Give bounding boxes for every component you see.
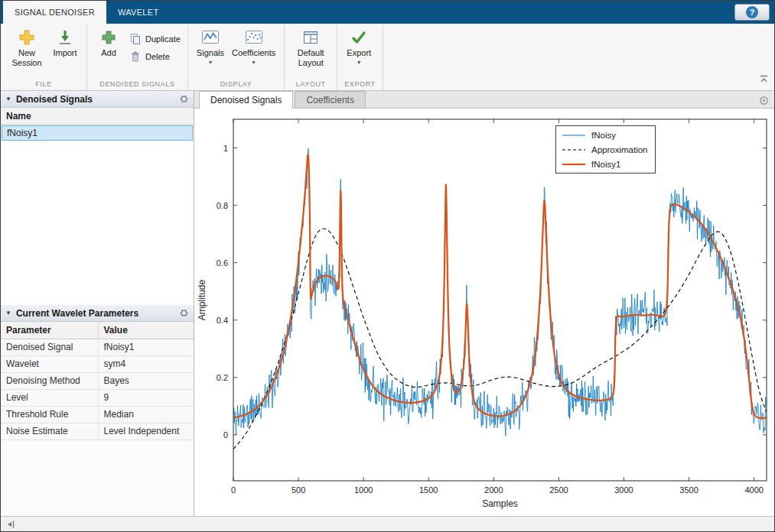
svg-text:0.8: 0.8 [217,201,228,210]
main-area: Denoised Signals Coefficients 0500100015… [194,91,774,516]
export-dropdown-button[interactable]: Export ▾ [343,26,375,66]
denoised-signal-plot[interactable]: 0500100015002000250030003500400000.20.40… [194,109,774,516]
plot-canvas: 0500100015002000250030003500400000.20.40… [194,109,773,516]
svg-text:4000: 4000 [744,485,763,495]
wavelet-parameters-panel-title: Current Wavelet Parameters [16,308,174,319]
legend-entry-fnoisy[interactable]: fNoisy [562,128,650,142]
signals-dropdown-button[interactable]: Signals ▾ [194,26,227,66]
plot-legend[interactable]: fNoisyApproximationfNoisy1 [555,125,656,174]
svg-text:500: 500 [291,485,305,495]
doc-tab-coefficients[interactable]: Coefficients [295,91,365,108]
param-value: 9 [98,389,194,406]
group-caption-denoised-signals: DENOISED SIGNALS [93,79,182,89]
export-label: Export [347,48,371,58]
group-caption-layout: LAYOUT [290,79,331,89]
help-button[interactable]: ? [734,4,770,21]
svg-text:0.4: 0.4 [217,316,228,325]
duplicate-icon [129,33,142,45]
import-icon [56,28,74,47]
param-name: Denoised Signal [1,339,98,355]
delete-icon [129,50,142,63]
collapse-triangle-icon: ▼ [5,310,11,316]
coefficients-label: Coefficients [232,48,275,58]
param-row-denoised-signal[interactable]: Denoised SignalfNoisy1 [1,339,194,355]
param-value: fNoisy1 [98,339,194,355]
delete-label: Delete [145,52,170,61]
sidebar-empty-area [1,440,194,517]
group-caption-file: FILE [6,79,81,89]
svg-text:2000: 2000 [484,485,503,495]
wavelet-signal-denoiser-window: SIGNAL DENOISER WAVELET ? New Session Im… [0,0,775,532]
signal-list-column-header: Name [1,108,194,125]
signals-label: Signals [197,48,224,58]
denoised-signals-panel: ▼ Denoised Signals Name fNoisy1 [1,91,194,305]
wavelet-parameters-table: Parameter Value Denoised SignalfNoisy1 W… [1,322,194,440]
add-button[interactable]: Add [93,26,125,59]
tab-wavelet[interactable]: WAVELET [106,1,170,24]
column-header-value: Value [98,322,194,339]
default-layout-label: Default Layout [293,48,328,68]
tab-signal-denoiser[interactable]: SIGNAL DENOISER [3,1,106,24]
group-caption-export: EXPORT [343,79,376,89]
new-session-button[interactable]: New Session [6,26,47,69]
param-value: sym4 [98,355,194,372]
svg-text:0.2: 0.2 [217,373,228,382]
svg-text:2500: 2500 [549,485,568,495]
denoised-signals-panel-title: Denoised Signals [16,94,174,105]
toolbar-group-export: Export ▾ EXPORT [337,24,383,90]
group-caption-display: DISPLAY [194,79,278,89]
svg-text:1: 1 [223,144,228,153]
sidebar: ▼ Denoised Signals Name fNoisy1 ▼ Curren… [1,91,194,516]
svg-text:3500: 3500 [679,485,698,495]
default-layout-button[interactable]: Default Layout [290,26,331,69]
duplicate-button[interactable]: Duplicate [129,33,181,45]
legend-entry-approximation[interactable]: Approximation [562,142,650,157]
param-name: Wavelet [1,355,98,372]
param-value: Median [98,406,194,423]
legend-line-sample [562,131,586,139]
panel-options-icon[interactable] [179,308,189,318]
document-tab-bar: Denoised Signals Coefficients [194,91,774,109]
collapse-triangle-icon: ▼ [5,96,11,102]
param-row-wavelet[interactable]: Waveletsym4 [1,355,194,372]
doc-tab-denoised-signals[interactable]: Denoised Signals [199,91,293,109]
toolbar-group-file: New Session Import FILE [1,24,87,90]
svg-text:Samples: Samples [482,498,518,509]
legend-line-sample [562,146,586,154]
collapse-sidebar-icon[interactable] [5,520,15,529]
minimize-ribbon-button[interactable] [759,73,769,86]
toolbar-group-denoised-signals: Add Duplicate Delete DENOISED SIGNALS [87,24,188,90]
svg-text:0.6: 0.6 [217,258,228,268]
param-row-level[interactable]: Level9 [1,389,194,406]
import-button[interactable]: Import [49,26,81,59]
denoised-signals-panel-header[interactable]: ▼ Denoised Signals [1,91,194,108]
wavelet-parameters-panel-header[interactable]: ▼ Current Wavelet Parameters [1,305,194,322]
document-options-button[interactable] [759,95,769,109]
panel-options-icon[interactable] [179,94,189,104]
param-value: Bayes [98,372,194,389]
signal-list-item-fnoisy1[interactable]: fNoisy1 [2,125,193,141]
coefficients-dropdown-arrow-icon: ▾ [252,59,256,66]
duplicate-delete-column: Duplicate Delete [129,33,181,63]
table-header-row: Parameter Value [1,322,194,339]
svg-text:0: 0 [231,485,236,495]
param-row-threshold-rule[interactable]: Threshold RuleMedian [1,406,194,423]
param-name: Noise Estimate [1,423,98,440]
current-wavelet-parameters-panel: ▼ Current Wavelet Parameters Parameter V… [1,305,194,516]
tabstrip-spacer [170,1,730,24]
add-icon [99,28,118,47]
default-layout-icon [301,28,320,47]
param-name: Threshold Rule [1,406,98,423]
legend-line-sample [562,161,586,168]
coefficients-dropdown-button[interactable]: Coefficients ▾ [229,26,278,66]
delete-button[interactable]: Delete [129,50,181,63]
param-row-denoising-method[interactable]: Denoising MethodBayes [1,372,194,389]
legend-label: fNoisy [591,131,616,140]
svg-text:3000: 3000 [614,485,633,495]
legend-entry-fnoisy1[interactable]: fNoisy1 [562,157,650,171]
legend-label: Approximation [591,145,648,154]
export-dropdown-arrow-icon: ▾ [357,59,360,66]
import-label: Import [53,48,77,58]
param-row-noise-estimate[interactable]: Noise EstimateLevel Independent [1,423,194,440]
signals-dropdown-arrow-icon: ▾ [209,59,212,66]
